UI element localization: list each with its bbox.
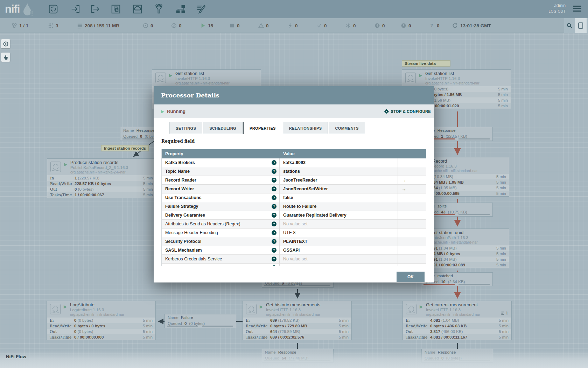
status-bar: 1 / 1 3 208 / 159.11 MB 0 0 15 0 0 0 0 0 bbox=[0, 18, 588, 33]
backpressure-object-bar bbox=[167, 326, 198, 327]
canvas-label[interactable]: Stream live-data bbox=[402, 60, 450, 67]
help-icon[interactable]: ? bbox=[272, 230, 276, 235]
funnel-icon[interactable] bbox=[154, 4, 164, 14]
status-count: 0 bbox=[353, 23, 356, 28]
stat-row: Tasks/Time 1 / 00:00:00.067 5 min bbox=[47, 192, 156, 198]
stop-and-configure-button[interactable]: STOP & CONFIGURE bbox=[384, 104, 431, 118]
help-icon[interactable]: ? bbox=[272, 186, 276, 191]
status-stopped: 0 bbox=[229, 18, 240, 33]
connection-name: Failure bbox=[181, 315, 193, 320]
dialog-status-strip: ▶ Running STOP & CONFIGURE bbox=[154, 104, 434, 118]
status-count: 15 bbox=[208, 23, 213, 28]
properties-table: Property Value Kafka Brokers ? kafka:909… bbox=[161, 149, 426, 266]
logout-link[interactable]: LOG OUT bbox=[548, 9, 566, 13]
help-icon[interactable]: ? bbox=[272, 160, 276, 165]
processor-bundle: org.apache.nifi - nifi-standard-nar bbox=[426, 312, 480, 316]
status-running: 15 bbox=[200, 18, 213, 33]
help-icon[interactable]: ? bbox=[272, 222, 276, 226]
property-row: Kerberos Credentials Service ? No value … bbox=[162, 255, 426, 264]
processor[interactable]: ▶ LogAttribute LogAttribute 1.16.3 org.a… bbox=[47, 301, 156, 340]
property-row: Topic Name ? stations bbox=[162, 167, 426, 176]
processor[interactable]: ▶ Get historic measurements InvokeHTTP 1… bbox=[243, 301, 352, 340]
help-icon[interactable]: ? bbox=[272, 169, 276, 174]
search-icon[interactable] bbox=[564, 18, 575, 33]
processor-bundle: org.apache.nifi - nifi-standard-nar bbox=[70, 312, 124, 316]
tab-properties[interactable]: PROPERTIES bbox=[243, 122, 282, 134]
required-field-note: Required field bbox=[161, 139, 426, 144]
property-value: JsonRecordSetWriter bbox=[283, 186, 328, 191]
remote-process-group-icon[interactable] bbox=[132, 4, 143, 14]
help-icon[interactable]: ? bbox=[272, 178, 276, 183]
property-name: Attributes to Send as Headers (Regex) bbox=[165, 222, 240, 226]
canvas-label[interactable]: Ingest station records bbox=[101, 145, 149, 151]
tab-relationships[interactable]: RELATIONSHIPS bbox=[283, 122, 328, 134]
connection-label[interactable]: Name Failure Queued 0 (0 bytes) bbox=[164, 314, 236, 328]
stat-row: Out 644 (729.89 MB) 5 min bbox=[243, 329, 351, 334]
connection-name: Response bbox=[438, 128, 456, 133]
go-to-service-icon[interactable]: → bbox=[401, 177, 406, 183]
status-count: 0 bbox=[324, 23, 327, 28]
label-icon[interactable] bbox=[196, 4, 206, 14]
status-not-transmitting: 0 bbox=[171, 18, 182, 33]
not-transmitting-icon bbox=[171, 23, 177, 29]
process-group-icon[interactable] bbox=[111, 4, 121, 14]
go-to-service-icon[interactable]: → bbox=[401, 186, 406, 192]
processor-name: Get station list bbox=[175, 71, 230, 76]
template-icon[interactable] bbox=[175, 4, 186, 14]
property-name: Kerberos Credentials Service bbox=[165, 257, 222, 261]
connection-name: splits bbox=[438, 204, 447, 209]
running-icon: ▶ bbox=[169, 73, 172, 78]
status-threads: 3 bbox=[48, 18, 58, 33]
property-name: Failure Strategy bbox=[165, 204, 198, 209]
running-icon: ▶ bbox=[161, 109, 164, 114]
help-icon[interactable]: ? bbox=[272, 248, 276, 253]
help-icon[interactable]: ? bbox=[272, 257, 276, 261]
backpressure-object-bar bbox=[264, 285, 295, 286]
running-icon: ▶ bbox=[420, 304, 423, 309]
last-refreshed[interactable]: 13:01:28 GMT bbox=[452, 18, 491, 33]
status-disabled: 0 bbox=[287, 18, 298, 33]
property-name: Record Reader bbox=[165, 178, 196, 183]
status-sync-failure: ? 0 bbox=[429, 18, 440, 33]
backpressure-size-bar bbox=[458, 214, 490, 215]
property-value: GSSAPI bbox=[283, 248, 300, 253]
processor-name: Get historic measurements bbox=[266, 302, 320, 308]
help-icon[interactable]: ? bbox=[272, 239, 276, 244]
help-icon[interactable]: ? bbox=[272, 213, 276, 218]
property-row: Message Header Encoding ? UTF-8 bbox=[162, 229, 426, 237]
locally-modified-stale-icon bbox=[400, 23, 406, 29]
processor-type: InvokeHTTP 1.16.3 bbox=[266, 308, 320, 312]
property-name: Delivery Guarantee bbox=[165, 213, 205, 218]
processor-type: InvokeHTTP 1.16.3 bbox=[175, 76, 230, 81]
breadcrumb[interactable]: NiFi Flow bbox=[6, 354, 26, 359]
processor-bundle: org.apache.nifi - nifi-standard-nar bbox=[425, 81, 479, 85]
running-icon bbox=[200, 23, 206, 29]
status-invalid: 0 bbox=[258, 18, 269, 33]
nifi-logo: nifi bbox=[5, 2, 34, 16]
threads-icon bbox=[48, 23, 54, 29]
tab-comments[interactable]: COMMENTS bbox=[329, 122, 365, 134]
refresh-icon[interactable] bbox=[452, 23, 458, 28]
tab-scheduling[interactable]: SCHEDULING bbox=[203, 122, 243, 134]
running-icon: ▶ bbox=[260, 304, 263, 309]
global-menu-icon[interactable] bbox=[573, 6, 581, 13]
processor[interactable]: ▶ Get current measurement InvokeHTTP 1.1… bbox=[402, 301, 512, 340]
tab-settings[interactable]: SETTINGS bbox=[169, 122, 202, 134]
processor-type: PublishKafkaRecord_2_6 1.16.3 bbox=[70, 165, 128, 170]
locate-button[interactable] bbox=[1, 39, 10, 48]
processor-icon[interactable] bbox=[48, 4, 58, 14]
ok-button[interactable]: OK bbox=[397, 272, 425, 282]
processor-stamp-icon bbox=[246, 304, 257, 314]
help-icon[interactable]: ? bbox=[272, 265, 276, 266]
property-value: stations bbox=[283, 169, 300, 174]
output-port-icon[interactable] bbox=[90, 4, 100, 14]
processor-type: LogAttribute 1.16.3 bbox=[70, 308, 124, 312]
right-panel-button[interactable] bbox=[575, 18, 587, 33]
select-button[interactable] bbox=[1, 53, 10, 62]
up-to-date-icon bbox=[316, 23, 322, 29]
help-icon[interactable]: ? bbox=[272, 195, 276, 200]
help-icon[interactable]: ? bbox=[272, 204, 276, 209]
processor[interactable]: ▶ Produce station records PublishKafkaRe… bbox=[47, 158, 156, 198]
stat-row: Tasks/Time 689 / 00:02:02.576 5 min bbox=[243, 334, 351, 340]
input-port-icon[interactable] bbox=[70, 4, 81, 14]
